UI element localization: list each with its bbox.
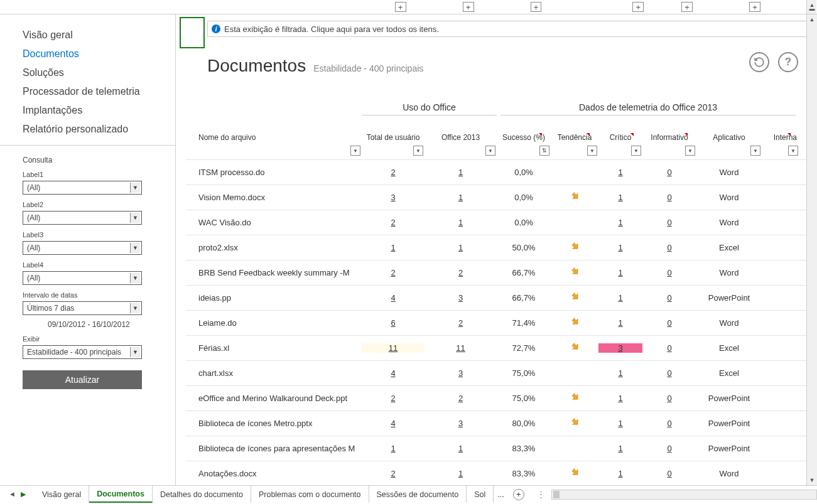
add-sheet-button[interactable]: +: [513, 489, 524, 500]
filter-icon[interactable]: ▼: [788, 146, 798, 156]
cell-office[interactable]: 1: [425, 469, 497, 478]
cell-office[interactable]: 11: [425, 343, 497, 353]
expand-btn-3[interactable]: +: [531, 2, 542, 12]
cell-office[interactable]: 1: [425, 193, 497, 202]
filter-icon[interactable]: ▼: [350, 146, 360, 156]
sort-icon[interactable]: ⇅: [539, 146, 549, 156]
cell-critical[interactable]: 1: [598, 469, 642, 478]
cell-critical[interactable]: 1: [598, 419, 642, 428]
cell-total[interactable]: 1: [362, 243, 425, 252]
cell-total[interactable]: 2: [362, 394, 425, 403]
expand-btn-1[interactable]: +: [395, 2, 406, 12]
expand-btn-4[interactable]: +: [632, 2, 644, 12]
cell-critical[interactable]: 1: [598, 293, 642, 303]
cell-total[interactable]: 2: [362, 218, 425, 227]
show-combo[interactable]: Estabilidade - 400 principais▼: [23, 345, 142, 359]
table-row[interactable]: ITSM processo.do210,0%10Word: [186, 159, 817, 185]
help-button[interactable]: ?: [778, 52, 798, 72]
cell-total[interactable]: 6: [362, 318, 425, 328]
cell-critical[interactable]: 1: [598, 218, 642, 227]
cell-office[interactable]: 1: [425, 243, 497, 252]
cell-critical[interactable]: 1: [598, 444, 642, 453]
nav-item-1[interactable]: Documentos: [23, 45, 175, 63]
vertical-scrollbar-top[interactable]: ▲ ▬: [806, 0, 816, 14]
sheet-tab-0[interactable]: Visão geral: [35, 486, 89, 503]
filter-notice[interactable]: i Esta exibição é filtrada. Clique aqui …: [207, 21, 809, 37]
table-row[interactable]: Biblioteca de ícones para apresentações …: [186, 436, 817, 461]
label2-combo[interactable]: (All)▼: [23, 211, 142, 225]
cell-info[interactable]: 0: [642, 243, 696, 252]
label1-combo[interactable]: (All)▼: [23, 181, 142, 195]
cell-total[interactable]: 3: [362, 193, 425, 202]
vertical-scrollbar[interactable]: ▲ ▼: [806, 14, 817, 485]
cell-office[interactable]: 3: [425, 419, 497, 428]
tab-next-icon[interactable]: ▶: [21, 490, 26, 498]
filter-icon[interactable]: ▼: [631, 146, 641, 156]
cell-info[interactable]: 0: [642, 368, 696, 378]
table-row[interactable]: proto2.xlsx1150,0%10Excel: [186, 235, 817, 260]
cell-total[interactable]: 2: [362, 168, 425, 177]
nav-item-5[interactable]: Relatório personalizado: [23, 120, 175, 139]
scroll-gap-icon[interactable]: ▬: [807, 4, 817, 14]
cell-info[interactable]: 0: [642, 218, 696, 227]
cell-critical[interactable]: 1: [598, 394, 642, 403]
daterange-combo[interactable]: Últimos 7 dias▼: [23, 301, 142, 315]
cell-office[interactable]: 1: [425, 218, 497, 227]
cell-critical[interactable]: 1: [598, 243, 642, 252]
cell-total[interactable]: 2: [362, 268, 425, 277]
sheet-tab-2[interactable]: Detalhes do documento: [153, 486, 251, 503]
cell-info[interactable]: 0: [642, 394, 696, 403]
tab-first-icon[interactable]: ◄: [9, 490, 16, 498]
cell-info[interactable]: 0: [642, 168, 696, 177]
cell-critical[interactable]: 1: [598, 193, 642, 202]
expand-btn-5[interactable]: +: [681, 2, 693, 12]
cell-office[interactable]: 2: [425, 394, 497, 403]
label4-combo[interactable]: (All)▼: [23, 271, 142, 285]
cell-office[interactable]: 1: [425, 444, 497, 453]
cell-info[interactable]: 0: [642, 444, 696, 453]
cell-total[interactable]: 1: [362, 444, 425, 453]
cell-info[interactable]: 0: [642, 343, 696, 353]
scroll-up-icon[interactable]: ▲: [807, 14, 817, 24]
cell-info[interactable]: 0: [642, 419, 696, 428]
cell-critical[interactable]: 3: [598, 343, 642, 353]
update-button[interactable]: Atualizar: [23, 370, 142, 389]
filter-icon[interactable]: ▼: [587, 146, 597, 156]
cell-office[interactable]: 3: [425, 293, 497, 303]
sheet-tab-1[interactable]: Documentos: [89, 486, 153, 503]
filter-icon[interactable]: ▼: [685, 146, 695, 156]
table-row[interactable]: eOffice and Merino Walkaround Deck.ppt22…: [186, 385, 817, 410]
tab-more[interactable]: ...: [494, 490, 507, 499]
expand-btn-6[interactable]: +: [749, 2, 760, 12]
cell-office[interactable]: 1: [425, 168, 497, 177]
table-row[interactable]: BRB Send Feedback weekly summary -M2266,…: [186, 260, 817, 285]
scroll-down-icon[interactable]: ▼: [807, 475, 817, 485]
cell-critical[interactable]: 1: [598, 318, 642, 328]
table-row[interactable]: Anotações.docx2183,3%10Word: [186, 461, 817, 485]
label3-combo[interactable]: (All)▼: [23, 241, 142, 255]
table-row[interactable]: chart.xlsx4375,0%10Excel: [186, 360, 817, 385]
cell-info[interactable]: 0: [642, 268, 696, 277]
filter-icon[interactable]: ▼: [750, 146, 760, 156]
cell-total[interactable]: 2: [362, 469, 425, 478]
nav-item-2[interactable]: Soluções: [23, 63, 175, 82]
filter-icon[interactable]: ▼: [485, 146, 495, 156]
cell-total[interactable]: 11: [362, 343, 425, 353]
sheet-tab-4[interactable]: Sessões de documento: [369, 486, 467, 503]
table-row[interactable]: WAC Visão.do210,0%10Word: [186, 210, 817, 235]
cell-office[interactable]: 2: [425, 268, 497, 277]
cell-total[interactable]: 4: [362, 293, 425, 303]
table-row[interactable]: Biblioteca de ícones Metro.pptx4380,0%10…: [186, 410, 817, 436]
cell-info[interactable]: 0: [642, 469, 696, 478]
cell-info[interactable]: 0: [642, 318, 696, 328]
cell-info[interactable]: 0: [642, 193, 696, 202]
cell-total[interactable]: 4: [362, 419, 425, 428]
table-row[interactable]: ideias.pp4366,7%10PowerPoint: [186, 285, 817, 310]
horizontal-scrollbar[interactable]: [551, 490, 817, 500]
cell-info[interactable]: 0: [642, 293, 696, 303]
sheet-tab-5[interactable]: Sol: [467, 486, 494, 503]
cell-office[interactable]: 2: [425, 318, 497, 328]
nav-item-0[interactable]: Visão geral: [23, 26, 175, 45]
table-row[interactable]: Vision Memo.docx310,0%10Word: [186, 185, 817, 210]
table-row[interactable]: Leiame.do6271,4%10Word: [186, 310, 817, 335]
